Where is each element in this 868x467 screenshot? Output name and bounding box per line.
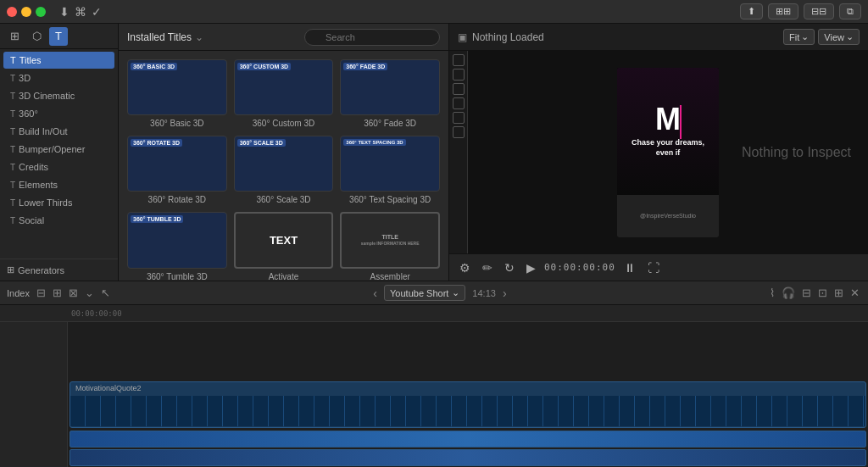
sidebar-item-elements[interactable]: T Elements [3, 176, 114, 193]
tile-360-fade-3d[interactable]: 360° FADE 3D 360° Fade 3D [340, 59, 440, 129]
frame-thumb [345, 396, 360, 426]
sidebar-generators[interactable]: ⊞ Generators [0, 259, 118, 281]
title-tool-icon[interactable]: T [49, 27, 68, 46]
tile-360-text-spacing-3d[interactable]: 360° TEXT SPACING 3D 360° Text Spacing 3… [340, 136, 440, 205]
close-button[interactable] [7, 7, 17, 17]
video-track[interactable]: MotivationalQuote2 for(let i=0;i<60;i++)… [70, 381, 866, 428]
frame-thumb [589, 396, 604, 426]
download-icon[interactable]: ⬇ [59, 5, 70, 19]
sequence-selector[interactable]: Youtube Short ⌄ [384, 285, 465, 301]
fit-button[interactable]: Fit ⌄ [783, 29, 815, 45]
layout-button1[interactable]: ⊞⊞ [768, 3, 798, 19]
timeline-header-right: ⌇ 🎧 ⊟ ⊡ ⊞ ✕ [768, 285, 861, 301]
clip-tool-2[interactable]: ⊞ [51, 285, 64, 301]
share-button[interactable]: ⬆ [740, 3, 763, 19]
sidebar-item-bumper-opener[interactable]: T Bumper/Opener [3, 141, 114, 158]
timeline-next-icon[interactable]: › [503, 286, 507, 300]
view-button[interactable]: View ⌄ [818, 29, 860, 45]
frame-thumb [330, 396, 345, 426]
monitor-icon[interactable]: ⊡ [816, 285, 829, 301]
tile-badge: 360° TUMBLE 3D [131, 215, 183, 223]
tile-360-basic-3d[interactable]: 360° BASIC 3D 360° Basic 3D [127, 59, 227, 129]
headphone-icon[interactable]: 🎧 [780, 285, 797, 301]
sidebar-item-build-in-out[interactable]: T Build In/Out [3, 123, 114, 140]
window-button[interactable]: ⧉ [839, 3, 861, 19]
cursor-tool[interactable]: ↖ [99, 285, 112, 301]
sidebar-item-lower-thirds[interactable]: T Lower Thirds [3, 194, 114, 211]
filmstrip-check-3[interactable] [453, 83, 465, 95]
fullscreen-button[interactable] [36, 7, 46, 17]
frame-thumb [818, 396, 833, 426]
preview-film-icon: ▣ [458, 31, 467, 43]
audio-icon[interactable]: ⊟ [800, 285, 813, 301]
frame-thumb [437, 396, 452, 426]
search-input[interactable] [304, 29, 440, 46]
generators-icon: ⊞ [7, 264, 14, 275]
pause-button[interactable]: ⏸ [620, 259, 639, 276]
dropdown-tool[interactable]: ⌄ [83, 285, 96, 301]
generators-label: Generators [18, 265, 64, 275]
sidebar-item-3d-cinematic[interactable]: T 3D Cinematic [3, 87, 114, 104]
tile-assembler[interactable]: TITLEsample INFORMATION HERE Assembler [340, 212, 440, 281]
play-button[interactable]: ▶ [523, 259, 539, 276]
tile-badge: 360° TEXT SPACING 3D [343, 139, 405, 146]
track-label-area [0, 322, 68, 467]
settings-control-icon[interactable]: ⚙ [456, 259, 474, 276]
sidebar-item-3d[interactable]: T 3D [3, 69, 114, 86]
sidebar-toolbar: ⊞ ⬡ T [0, 24, 118, 49]
sidebar-label-3d-cinematic: 3D Cinematic [19, 91, 75, 101]
frame-thumb [299, 396, 314, 426]
sidebar-item-titles[interactable]: T Titles [3, 52, 114, 69]
layout-button2[interactable]: ⊟⊟ [804, 3, 834, 19]
sidebar-item-credits[interactable]: T Credits [3, 158, 114, 175]
close-tl-icon[interactable]: ✕ [849, 285, 861, 301]
t-icon-3d: T [10, 74, 15, 83]
frame-thumb [314, 396, 330, 426]
t-icon-360: T [10, 109, 15, 119]
sidebar-label-build: Build In/Out [19, 126, 67, 136]
frame-thumb [269, 396, 284, 426]
frame-thumb [70, 396, 86, 426]
fullscreen-preview-button[interactable]: ⛶ [644, 259, 663, 276]
filmstrip-check-6[interactable] [453, 126, 465, 138]
clip-tool-3[interactable]: ⊠ [67, 285, 80, 301]
filmstrip-check-2[interactable] [453, 69, 465, 81]
key-icon[interactable]: ⌘ [75, 5, 86, 19]
sidebar-label-360: 360° [19, 108, 38, 119]
photo-tool-icon[interactable]: ⬡ [27, 27, 46, 46]
tile-label: 360° Basic 3D [150, 119, 203, 129]
filmstrip-check-1[interactable] [453, 54, 465, 66]
frame-thumb [757, 396, 772, 426]
filmstrip-check-4[interactable] [453, 97, 465, 109]
timeline-prev-icon[interactable]: ‹ [373, 286, 377, 300]
tile-360-tumble-3d[interactable]: 360° TUMBLE 3D 360° Tumble 3D [127, 212, 227, 281]
transform-control-icon[interactable]: ↻ [501, 259, 518, 276]
clip-tool-1[interactable]: ⊟ [35, 285, 47, 301]
frame-thumb [177, 396, 192, 426]
tile-360-scale-3d[interactable]: 360° SCALE 3D 360° Scale 3D [234, 136, 334, 205]
frame-thumb [253, 396, 269, 426]
preview-video-area: M Chase your dreams,even if @InspireVers… [468, 51, 868, 253]
frame-thumb [650, 396, 665, 426]
m-logo-wrapper: M [655, 104, 681, 135]
frame-thumb [726, 396, 742, 426]
tile-badge: 360° FADE 3D [343, 63, 387, 70]
tile-360-custom-3d[interactable]: 360° CUSTOM 3D 360° Custom 3D [234, 59, 334, 129]
sidebar-item-360[interactable]: T 360° [3, 105, 114, 122]
sidebar-label-3d: 3D [19, 73, 31, 83]
tile-label: 360° Fade 3D [364, 119, 416, 129]
minimize-button[interactable] [21, 7, 31, 17]
check-icon[interactable]: ✓ [92, 5, 102, 19]
audio-track-1 [70, 431, 866, 448]
layout-icon[interactable]: ⊞ [832, 285, 845, 301]
pen-control-icon[interactable]: ✏ [479, 259, 496, 276]
frame-thumb [452, 396, 467, 426]
video-frame: M Chase your dreams,even if @InspireVers… [617, 68, 719, 237]
waveform-icon[interactable]: ⌇ [768, 285, 776, 301]
filmstrip-check-5[interactable] [453, 112, 465, 124]
tile-360-rotate-3d[interactable]: 360° ROTATE 3D 360° Rotate 3D [127, 136, 227, 205]
grid-tool-icon[interactable]: ⊞ [5, 27, 24, 46]
t-icon-elements: T [10, 181, 15, 190]
tile-activate[interactable]: TEXT Activate [234, 212, 334, 281]
sidebar-item-social[interactable]: T Social [3, 212, 114, 229]
